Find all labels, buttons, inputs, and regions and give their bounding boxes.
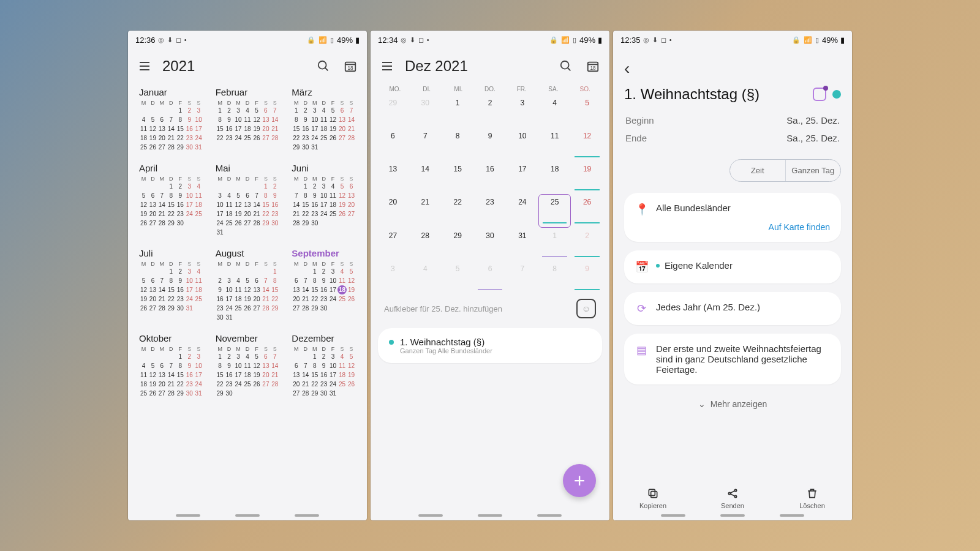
day-cell-5[interactable]: 5 xyxy=(571,95,603,128)
nav-bar[interactable] xyxy=(613,514,852,517)
day-cell-13[interactable]: 13 xyxy=(377,161,409,194)
map-link[interactable]: Auf Karte finden xyxy=(635,216,830,232)
day-cell-31[interactable]: 31 xyxy=(506,228,538,261)
week-row: 2345678 xyxy=(216,276,280,285)
day-cell-22[interactable]: 22 xyxy=(442,194,474,227)
svg-text:18: 18 xyxy=(590,66,596,71)
year-title[interactable]: 2021 xyxy=(162,58,195,75)
day-cell-7[interactable]: 7 xyxy=(506,261,538,294)
month-märz[interactable]: MärzMDMDFSS12345678910111213141516171819… xyxy=(292,87,356,152)
menu-icon[interactable] xyxy=(135,57,154,75)
week-row: 262728293031 xyxy=(139,304,203,313)
day-cell-15[interactable]: 15 xyxy=(442,161,474,194)
day-cell-26[interactable]: 26 xyxy=(571,194,603,227)
day-cell-6[interactable]: 6 xyxy=(474,261,507,294)
day-cell-8[interactable]: 8 xyxy=(442,128,474,161)
year-scroll[interactable]: JanuarMDMDFSS123456789101112131415161718… xyxy=(128,83,367,520)
day-cell-9[interactable]: 9 xyxy=(474,128,507,161)
calendar-card[interactable]: 📅Eigene Kalender xyxy=(624,250,841,283)
nav-bar[interactable] xyxy=(128,514,367,517)
day-cell-23[interactable]: 23 xyxy=(474,194,507,227)
sticker-icon[interactable]: ☺ xyxy=(576,299,596,318)
week-row: 123456 xyxy=(292,182,356,191)
today-icon[interactable]: 18 xyxy=(584,57,602,75)
day-cell-19[interactable]: 19 xyxy=(571,161,603,194)
day-cell-7[interactable]: 7 xyxy=(409,128,442,161)
month-juni[interactable]: JuniMDMDFSS12345678910111213141516171819… xyxy=(292,163,356,237)
day-cell-24[interactable]: 24 xyxy=(506,194,538,227)
week-row: 2627282930 xyxy=(139,219,203,228)
event-dot xyxy=(389,340,394,345)
back-icon[interactable]: ‹ xyxy=(624,55,841,82)
location-card[interactable]: 📍Alle Bundesländer Auf Karte finden xyxy=(624,193,841,242)
sticker-icon[interactable] xyxy=(813,88,826,101)
search-icon[interactable] xyxy=(314,57,333,75)
day-cell-14[interactable]: 14 xyxy=(409,161,442,194)
month-dezember[interactable]: DezemberMDMDFSS1234567891011121314151617… xyxy=(292,333,356,398)
day-cell-30[interactable]: 30 xyxy=(474,228,507,261)
day-cell-9[interactable]: 9 xyxy=(571,261,603,294)
clock: 12:35 xyxy=(620,36,641,45)
week-row: 891011121314 xyxy=(216,361,280,370)
pill-allday[interactable]: Ganzen Tag xyxy=(785,160,841,181)
month-januar[interactable]: JanuarMDMDFSS123456789101112131415161718… xyxy=(139,87,203,152)
month-juli[interactable]: JuliMDMDFSS12345678910111213141516171819… xyxy=(139,248,203,322)
month-november[interactable]: NovemberMDMDFSS1234567891011121314151617… xyxy=(216,333,280,398)
month-august[interactable]: AugustMDMDFSS123456789101112131415161718… xyxy=(216,248,280,322)
day-cell-5[interactable]: 5 xyxy=(442,261,474,294)
day-cell-16[interactable]: 16 xyxy=(474,161,507,194)
month-name: März xyxy=(292,87,356,97)
note-card[interactable]: ▤Der erste und zweite Weihnachtsfeiertag… xyxy=(624,334,841,384)
day-cell-6[interactable]: 6 xyxy=(377,128,409,161)
day-cell-4[interactable]: 4 xyxy=(538,95,571,128)
month-name: Juli xyxy=(139,248,203,258)
nav-bar[interactable] xyxy=(371,514,609,517)
status-left-icons: ◎ ⬇ ◻ • xyxy=(401,36,430,44)
day-cell-29[interactable]: 29 xyxy=(377,95,409,128)
dow-row: MDMDFSS xyxy=(216,346,280,352)
day-cell-1[interactable]: 1 xyxy=(442,95,474,128)
month-september[interactable]: SeptemberMDMDFSS123456789101112131415161… xyxy=(292,248,356,322)
day-cell-28[interactable]: 28 xyxy=(409,228,442,261)
day-cell-20[interactable]: 20 xyxy=(377,194,409,227)
month-title[interactable]: Dez 2021 xyxy=(405,58,468,75)
repeat-card[interactable]: ⟳Jedes Jahr (Am 25. Dez.) xyxy=(624,292,841,325)
day-cell-30[interactable]: 30 xyxy=(409,95,442,128)
day-cell-27[interactable]: 27 xyxy=(377,228,409,261)
event-title-row: 1. Weihnachtstag (§) xyxy=(624,86,841,103)
day-cell-12[interactable]: 12 xyxy=(571,128,603,161)
day-cell-8[interactable]: 8 xyxy=(538,261,571,294)
calendar-color-dot[interactable] xyxy=(832,90,841,99)
time-mode-toggle[interactable]: Zeit Ganzen Tag xyxy=(729,159,841,182)
today-icon[interactable]: 18 xyxy=(341,57,360,75)
more-button[interactable]: ⌄Mehr anzeigen xyxy=(624,393,841,415)
month-april[interactable]: AprilMDMDFSS1234567891011121314151617181… xyxy=(139,163,203,237)
add-button[interactable]: + xyxy=(563,464,596,497)
day-cell-21[interactable]: 21 xyxy=(409,194,442,227)
day-cell-10[interactable]: 10 xyxy=(506,128,538,161)
day-cell-2[interactable]: 2 xyxy=(474,95,507,128)
search-icon[interactable] xyxy=(557,57,575,75)
event-card[interactable]: 1. Weihnachtstag (§) Ganzen Tag Alle Bun… xyxy=(378,328,602,363)
day-cell-17[interactable]: 17 xyxy=(506,161,538,194)
day-cell-3[interactable]: 3 xyxy=(377,261,409,294)
day-cell-18[interactable]: 18 xyxy=(538,161,571,194)
month-februar[interactable]: FebruarMDMDFSS12345678910111213141516171… xyxy=(216,87,280,152)
day-cell-2[interactable]: 2 xyxy=(571,228,603,261)
day-cell-4[interactable]: 4 xyxy=(409,261,442,294)
day-cell-1[interactable]: 1 xyxy=(538,228,571,261)
battery-icon: ▮ xyxy=(355,36,360,45)
month-oktober[interactable]: OktoberMDMDFSS12345678910111213141516171… xyxy=(139,333,203,398)
day-cell-25[interactable]: 25 xyxy=(538,194,571,228)
week-row: 16171819202122 xyxy=(216,294,280,304)
pill-time[interactable]: Zeit xyxy=(730,160,785,181)
menu-icon[interactable] xyxy=(378,57,396,75)
sticker-hint-row[interactable]: Aufkleber für 25. Dez. hinzufügen☺ xyxy=(371,294,609,323)
day-cell-3[interactable]: 3 xyxy=(506,95,538,128)
day-cell-11[interactable]: 11 xyxy=(538,128,571,161)
week-row: 27282930 xyxy=(292,304,356,313)
month-mai[interactable]: MaiMDMDFSS123456789101112131415161718192… xyxy=(216,163,280,237)
week-row: 19202122232425 xyxy=(139,294,203,304)
day-cell-29[interactable]: 29 xyxy=(442,228,474,261)
week-row: 21222324252627 xyxy=(292,209,356,219)
